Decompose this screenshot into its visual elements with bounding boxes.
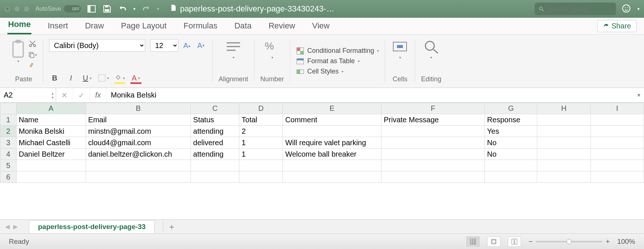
decrease-font-icon[interactable]: A▾ bbox=[195, 40, 206, 51]
col-header-C[interactable]: C bbox=[191, 103, 239, 114]
sheet-nav-prev[interactable]: ◀ bbox=[5, 223, 10, 230]
cell[interactable]: Name bbox=[16, 114, 86, 126]
paste-button[interactable]: ▾ bbox=[10, 39, 26, 63]
zoom-out-button[interactable]: − bbox=[528, 238, 532, 246]
row-header-5[interactable]: 5 bbox=[0, 160, 17, 171]
cell[interactable] bbox=[283, 126, 381, 137]
col-header-D[interactable]: D bbox=[239, 103, 283, 114]
page-layout-view-button[interactable] bbox=[487, 236, 500, 247]
cell[interactable] bbox=[590, 114, 644, 126]
col-header-H[interactable]: H bbox=[537, 103, 590, 114]
col-header-E[interactable]: E bbox=[283, 103, 381, 114]
cell[interactable] bbox=[381, 126, 485, 137]
cell[interactable]: 2 bbox=[239, 126, 283, 137]
cell[interactable] bbox=[590, 126, 644, 137]
cell[interactable] bbox=[381, 171, 485, 183]
page-break-view-button[interactable] bbox=[508, 236, 521, 247]
row-header-2[interactable]: 2 bbox=[0, 126, 17, 137]
bold-button[interactable]: B bbox=[49, 73, 60, 83]
row-header-6[interactable]: 6 bbox=[0, 171, 17, 183]
cell[interactable] bbox=[537, 149, 590, 160]
share-button[interactable]: Share bbox=[597, 20, 637, 32]
cell[interactable] bbox=[86, 171, 191, 183]
search-input[interactable] bbox=[547, 5, 612, 13]
cell[interactable]: Welcome ball breaker bbox=[283, 149, 381, 160]
col-header-B[interactable]: B bbox=[86, 103, 191, 114]
conditional-formatting-button[interactable]: Conditional Formatting▾ bbox=[296, 47, 379, 55]
cell[interactable]: Status bbox=[191, 114, 239, 126]
row-header-3[interactable]: 3 bbox=[0, 137, 17, 149]
expand-formula-bar-icon[interactable]: ▾ bbox=[634, 88, 644, 102]
increase-font-icon[interactable]: A▴ bbox=[181, 40, 192, 51]
layout-icon[interactable] bbox=[87, 4, 96, 14]
sheet-tab[interactable]: paperless-post-delivery-page-33 bbox=[29, 220, 155, 233]
col-header-G[interactable]: G bbox=[485, 103, 537, 114]
redo-dropdown[interactable]: ▾ bbox=[157, 6, 159, 11]
tab-page-layout[interactable]: Page Layout bbox=[120, 18, 168, 34]
italic-button[interactable]: I bbox=[65, 73, 76, 83]
cell[interactable] bbox=[537, 137, 590, 149]
format-as-table-button[interactable]: Format as Table▾ bbox=[296, 57, 379, 65]
cell[interactable]: Email bbox=[86, 114, 191, 126]
zoom-level[interactable]: 100% bbox=[617, 238, 635, 246]
cell[interactable]: daniel.beltzer@clickon.ch bbox=[86, 149, 191, 160]
spreadsheet-grid[interactable]: A B C D E F G H I 1NameEmailStatusTotalC… bbox=[0, 103, 644, 219]
cut-icon[interactable] bbox=[28, 39, 37, 48]
cell[interactable]: Yes bbox=[485, 126, 537, 137]
cell[interactable] bbox=[16, 160, 86, 171]
fill-color-button[interactable]: ▾ bbox=[114, 73, 125, 83]
font-size-select[interactable]: 12 bbox=[150, 39, 178, 52]
cell[interactable] bbox=[86, 160, 191, 171]
cell[interactable]: attending bbox=[191, 149, 239, 160]
underline-button[interactable]: U▾ bbox=[82, 73, 93, 83]
undo-dropdown[interactable]: ▾ bbox=[133, 6, 136, 11]
cell[interactable]: Private Message bbox=[381, 114, 485, 126]
cell-styles-button[interactable]: Cell Styles▾ bbox=[296, 68, 379, 76]
search-box[interactable] bbox=[535, 3, 616, 15]
cell[interactable]: No bbox=[485, 149, 537, 160]
feedback-icon[interactable] bbox=[622, 4, 631, 14]
cell[interactable] bbox=[485, 160, 537, 171]
cell[interactable] bbox=[191, 160, 239, 171]
cell[interactable] bbox=[590, 137, 644, 149]
borders-button[interactable]: ▾ bbox=[98, 73, 109, 83]
zoom-in-button[interactable]: + bbox=[606, 238, 610, 246]
cell[interactable] bbox=[590, 149, 644, 160]
cell[interactable]: Total bbox=[239, 114, 283, 126]
cell[interactable] bbox=[239, 171, 283, 183]
row-header-4[interactable]: 4 bbox=[0, 149, 17, 160]
tab-view[interactable]: View bbox=[311, 18, 330, 34]
copy-icon[interactable]: ▾ bbox=[28, 50, 37, 59]
cell[interactable]: delivered bbox=[191, 137, 239, 149]
select-all-corner[interactable] bbox=[0, 103, 17, 114]
col-header-F[interactable]: F bbox=[381, 103, 485, 114]
cell[interactable]: Comment bbox=[283, 114, 381, 126]
cell[interactable] bbox=[283, 171, 381, 183]
cell[interactable]: Michael Castelli bbox=[16, 137, 86, 149]
cell[interactable] bbox=[191, 171, 239, 183]
cell[interactable] bbox=[381, 160, 485, 171]
normal-view-button[interactable] bbox=[466, 236, 480, 247]
cell[interactable]: 1 bbox=[239, 149, 283, 160]
redo-icon[interactable] bbox=[141, 4, 151, 14]
tab-insert[interactable]: Insert bbox=[47, 18, 69, 34]
cell[interactable] bbox=[381, 149, 485, 160]
tab-review[interactable]: Review bbox=[268, 18, 296, 34]
cell[interactable]: Response bbox=[485, 114, 537, 126]
tab-draw[interactable]: Draw bbox=[84, 18, 105, 34]
paste-dropdown[interactable]: ▾ bbox=[17, 59, 19, 63]
cell[interactable] bbox=[485, 171, 537, 183]
cell[interactable] bbox=[381, 137, 485, 149]
font-color-button[interactable]: A▾ bbox=[130, 73, 141, 83]
tab-home[interactable]: Home bbox=[7, 17, 31, 34]
alignment-button[interactable]: ▾ bbox=[225, 39, 242, 59]
name-box[interactable]: A2 ▴▾ bbox=[0, 88, 56, 102]
font-name-select[interactable]: Calibri (Body) bbox=[49, 39, 145, 52]
minimize-window-button[interactable] bbox=[14, 6, 20, 12]
format-painter-icon[interactable] bbox=[28, 61, 37, 70]
cell[interactable]: cloud4@gmail.com bbox=[86, 137, 191, 149]
enter-formula-icon[interactable]: ✓ bbox=[73, 88, 90, 102]
cell[interactable]: minstn@gmail.com bbox=[86, 126, 191, 137]
cell[interactable]: attending bbox=[191, 126, 239, 137]
cell[interactable]: 1 bbox=[239, 137, 283, 149]
